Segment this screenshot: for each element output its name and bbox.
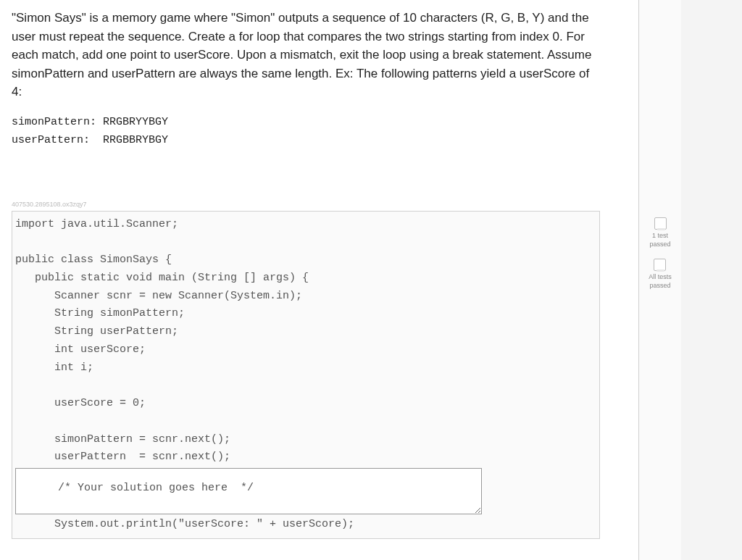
one-test-badge: 1 test passed [649,217,670,248]
watermark-id: 407530.2895108.ox3zqy7 [12,201,627,208]
pattern-example: simonPattern: RRGBRYYBGY userPattern: RR… [12,113,627,150]
solution-input[interactable] [15,468,482,514]
all-tests-badge: All tests passed [649,259,672,290]
main-content: "Simon Says" is a memory game where "Sim… [0,0,639,560]
problem-description: "Simon Says" is a memory game where "Sim… [12,9,627,101]
code-after: System.out.println("userScore: " + userS… [15,516,596,534]
code-before: import java.util.Scanner; public class S… [15,216,596,467]
test-status-sidebar: 1 test passed All tests passed [639,0,681,560]
one-test-label: 1 test passed [649,232,670,248]
code-editor: import java.util.Scanner; public class S… [12,211,600,539]
page-container: "Simon Says" is a memory game where "Sim… [0,0,742,560]
checkbox-icon [654,259,666,271]
checkbox-icon [654,217,667,230]
right-margin [681,0,742,560]
all-tests-label: All tests passed [649,273,672,290]
